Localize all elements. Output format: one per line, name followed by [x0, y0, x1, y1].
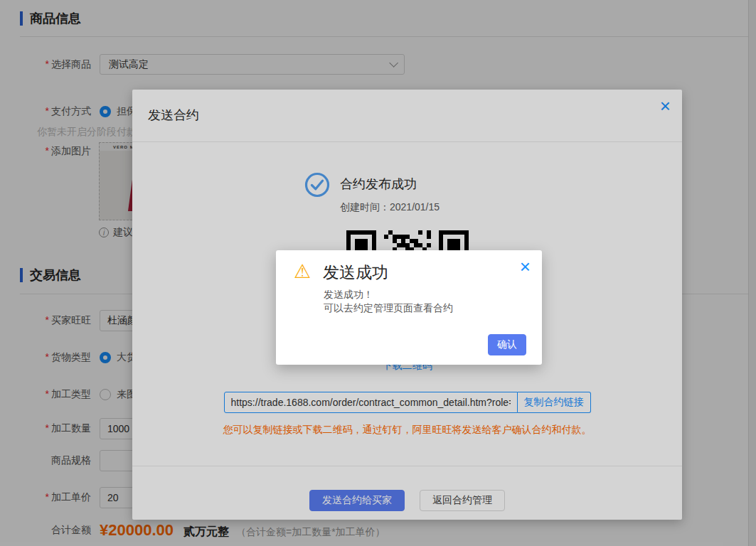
- page: 商品信息 *选择商品 测试高定 *支付方式 担保 你暂未开启分阶段付款 *添加图…: [0, 0, 756, 546]
- success-message-line2: 可以去约定管理页面查看合约: [324, 301, 453, 315]
- send-success-dialog: ⚠ 发送成功 × 发送成功！ 可以去约定管理页面查看合约 确认: [276, 250, 542, 365]
- close-icon[interactable]: ×: [520, 257, 531, 276]
- success-dialog-message: 发送成功！ 可以去约定管理页面查看合约: [324, 288, 453, 315]
- warning-icon: ⚠: [294, 262, 311, 282]
- confirm-button[interactable]: 确认: [488, 334, 526, 355]
- success-message-line1: 发送成功！: [324, 288, 453, 301]
- success-dialog-title: 发送成功: [323, 262, 388, 284]
